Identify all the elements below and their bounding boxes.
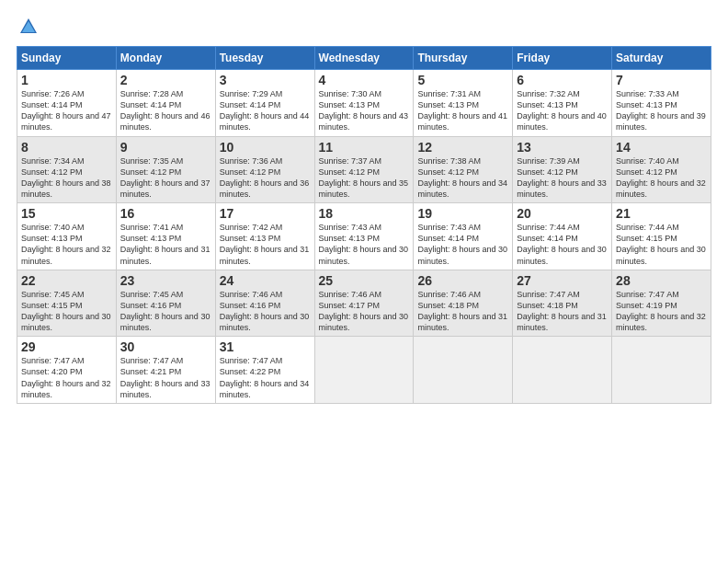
weekday-header: Tuesday bbox=[215, 47, 314, 70]
day-number: 15 bbox=[21, 206, 112, 221]
day-info: Sunrise: 7:47 AM Sunset: 4:22 PM Dayligh… bbox=[220, 355, 311, 400]
day-info: Sunrise: 7:45 AM Sunset: 4:16 PM Dayligh… bbox=[120, 289, 211, 334]
day-info: Sunrise: 7:47 AM Sunset: 4:18 PM Dayligh… bbox=[517, 289, 608, 334]
header bbox=[17, 17, 711, 37]
day-number: 5 bbox=[417, 73, 508, 87]
day-info: Sunrise: 7:44 AM Sunset: 4:14 PM Dayligh… bbox=[517, 222, 608, 267]
calendar-week-row: 1 Sunrise: 7:26 AM Sunset: 4:14 PM Dayli… bbox=[17, 70, 711, 137]
day-number: 7 bbox=[616, 73, 707, 87]
day-number: 1 bbox=[21, 73, 112, 87]
calendar-week-row: 22 Sunrise: 7:45 AM Sunset: 4:15 PM Dayl… bbox=[17, 270, 711, 337]
day-number: 17 bbox=[220, 206, 311, 221]
calendar-cell: 22 Sunrise: 7:45 AM Sunset: 4:15 PM Dayl… bbox=[17, 270, 117, 337]
day-number: 31 bbox=[220, 339, 311, 354]
weekday-header: Thursday bbox=[414, 47, 513, 70]
day-info: Sunrise: 7:30 AM Sunset: 4:13 PM Dayligh… bbox=[319, 88, 410, 133]
day-info: Sunrise: 7:35 AM Sunset: 4:12 PM Dayligh… bbox=[120, 155, 211, 201]
calendar-week-row: 15 Sunrise: 7:40 AM Sunset: 4:13 PM Dayl… bbox=[17, 203, 711, 270]
calendar-cell: 9 Sunrise: 7:35 AM Sunset: 4:12 PM Dayli… bbox=[116, 136, 215, 203]
calendar-cell: 20 Sunrise: 7:44 AM Sunset: 4:14 PM Dayl… bbox=[513, 203, 612, 270]
calendar-cell: 10 Sunrise: 7:36 AM Sunset: 4:12 PM Dayl… bbox=[215, 136, 314, 203]
calendar-cell: 6 Sunrise: 7:32 AM Sunset: 4:13 PM Dayli… bbox=[513, 70, 612, 137]
day-number: 28 bbox=[616, 273, 707, 288]
weekday-header-row: SundayMondayTuesdayWednesdayThursdayFrid… bbox=[17, 47, 711, 70]
calendar-cell: 1 Sunrise: 7:26 AM Sunset: 4:14 PM Dayli… bbox=[17, 70, 117, 137]
day-number: 18 bbox=[319, 206, 410, 221]
calendar-cell: 12 Sunrise: 7:38 AM Sunset: 4:12 PM Dayl… bbox=[414, 136, 513, 203]
day-info: Sunrise: 7:46 AM Sunset: 4:18 PM Dayligh… bbox=[417, 289, 508, 334]
calendar-cell: 16 Sunrise: 7:41 AM Sunset: 4:13 PM Dayl… bbox=[116, 203, 215, 270]
day-info: Sunrise: 7:38 AM Sunset: 4:12 PM Dayligh… bbox=[417, 155, 508, 201]
day-info: Sunrise: 7:41 AM Sunset: 4:13 PM Dayligh… bbox=[120, 222, 211, 267]
calendar-cell: 29 Sunrise: 7:47 AM Sunset: 4:20 PM Dayl… bbox=[17, 337, 117, 404]
weekday-header: Saturday bbox=[612, 47, 711, 70]
day-number: 2 bbox=[120, 73, 211, 87]
day-info: Sunrise: 7:47 AM Sunset: 4:19 PM Dayligh… bbox=[616, 289, 707, 334]
day-number: 8 bbox=[21, 140, 112, 155]
day-info: Sunrise: 7:39 AM Sunset: 4:12 PM Dayligh… bbox=[517, 155, 608, 201]
calendar-cell: 4 Sunrise: 7:30 AM Sunset: 4:13 PM Dayli… bbox=[314, 70, 414, 137]
day-number: 12 bbox=[417, 140, 508, 155]
day-info: Sunrise: 7:33 AM Sunset: 4:13 PM Dayligh… bbox=[616, 88, 707, 133]
day-number: 25 bbox=[319, 273, 410, 288]
calendar-cell: 26 Sunrise: 7:46 AM Sunset: 4:18 PM Dayl… bbox=[414, 270, 513, 337]
calendar-cell: 5 Sunrise: 7:31 AM Sunset: 4:13 PM Dayli… bbox=[414, 70, 513, 137]
calendar-cell: 30 Sunrise: 7:47 AM Sunset: 4:21 PM Dayl… bbox=[116, 337, 215, 404]
calendar-cell bbox=[414, 337, 513, 404]
calendar-cell: 17 Sunrise: 7:42 AM Sunset: 4:13 PM Dayl… bbox=[215, 203, 314, 270]
calendar-cell: 28 Sunrise: 7:47 AM Sunset: 4:19 PM Dayl… bbox=[612, 270, 711, 337]
day-number: 16 bbox=[120, 206, 211, 221]
calendar-cell: 11 Sunrise: 7:37 AM Sunset: 4:12 PM Dayl… bbox=[314, 136, 414, 203]
calendar-cell: 27 Sunrise: 7:47 AM Sunset: 4:18 PM Dayl… bbox=[513, 270, 612, 337]
calendar-cell bbox=[513, 337, 612, 404]
day-info: Sunrise: 7:45 AM Sunset: 4:15 PM Dayligh… bbox=[21, 289, 112, 334]
calendar-cell bbox=[612, 337, 711, 404]
day-number: 24 bbox=[220, 273, 311, 288]
day-number: 30 bbox=[120, 339, 211, 354]
day-number: 13 bbox=[517, 140, 608, 155]
calendar-table: SundayMondayTuesdayWednesdayThursdayFrid… bbox=[17, 46, 711, 404]
calendar-week-row: 8 Sunrise: 7:34 AM Sunset: 4:12 PM Dayli… bbox=[17, 136, 711, 203]
day-info: Sunrise: 7:36 AM Sunset: 4:12 PM Dayligh… bbox=[220, 155, 311, 201]
day-number: 23 bbox=[120, 273, 211, 288]
day-number: 6 bbox=[517, 73, 608, 87]
weekday-header: Sunday bbox=[17, 47, 117, 70]
day-info: Sunrise: 7:40 AM Sunset: 4:12 PM Dayligh… bbox=[616, 155, 707, 201]
day-info: Sunrise: 7:29 AM Sunset: 4:14 PM Dayligh… bbox=[220, 88, 311, 133]
calendar-cell: 2 Sunrise: 7:28 AM Sunset: 4:14 PM Dayli… bbox=[116, 70, 215, 137]
calendar-cell: 13 Sunrise: 7:39 AM Sunset: 4:12 PM Dayl… bbox=[513, 136, 612, 203]
day-info: Sunrise: 7:40 AM Sunset: 4:13 PM Dayligh… bbox=[21, 222, 112, 267]
calendar-cell: 25 Sunrise: 7:46 AM Sunset: 4:17 PM Dayl… bbox=[314, 270, 414, 337]
day-info: Sunrise: 7:46 AM Sunset: 4:16 PM Dayligh… bbox=[220, 289, 311, 334]
logo bbox=[17, 17, 40, 37]
day-number: 9 bbox=[120, 140, 211, 155]
day-info: Sunrise: 7:34 AM Sunset: 4:12 PM Dayligh… bbox=[21, 155, 112, 201]
day-info: Sunrise: 7:32 AM Sunset: 4:13 PM Dayligh… bbox=[517, 88, 608, 133]
day-number: 26 bbox=[417, 273, 508, 288]
weekday-header: Monday bbox=[116, 47, 215, 70]
logo-icon bbox=[18, 17, 39, 37]
calendar-cell: 21 Sunrise: 7:44 AM Sunset: 4:15 PM Dayl… bbox=[612, 203, 711, 270]
day-number: 14 bbox=[616, 140, 707, 155]
calendar-cell: 3 Sunrise: 7:29 AM Sunset: 4:14 PM Dayli… bbox=[215, 70, 314, 137]
calendar-cell: 8 Sunrise: 7:34 AM Sunset: 4:12 PM Dayli… bbox=[17, 136, 117, 203]
day-number: 19 bbox=[417, 206, 508, 221]
calendar-cell: 31 Sunrise: 7:47 AM Sunset: 4:22 PM Dayl… bbox=[215, 337, 314, 404]
calendar-cell: 18 Sunrise: 7:43 AM Sunset: 4:13 PM Dayl… bbox=[314, 203, 414, 270]
day-info: Sunrise: 7:44 AM Sunset: 4:15 PM Dayligh… bbox=[616, 222, 707, 267]
day-info: Sunrise: 7:46 AM Sunset: 4:17 PM Dayligh… bbox=[319, 289, 410, 334]
calendar-cell: 23 Sunrise: 7:45 AM Sunset: 4:16 PM Dayl… bbox=[116, 270, 215, 337]
day-number: 27 bbox=[517, 273, 608, 288]
calendar-cell bbox=[314, 337, 414, 404]
day-number: 21 bbox=[616, 206, 707, 221]
calendar-cell: 7 Sunrise: 7:33 AM Sunset: 4:13 PM Dayli… bbox=[612, 70, 711, 137]
day-info: Sunrise: 7:47 AM Sunset: 4:21 PM Dayligh… bbox=[120, 355, 211, 400]
day-number: 29 bbox=[21, 339, 112, 354]
calendar-cell: 19 Sunrise: 7:43 AM Sunset: 4:14 PM Dayl… bbox=[414, 203, 513, 270]
calendar-week-row: 29 Sunrise: 7:47 AM Sunset: 4:20 PM Dayl… bbox=[17, 337, 711, 404]
day-number: 11 bbox=[319, 140, 410, 155]
day-number: 3 bbox=[220, 73, 311, 87]
day-info: Sunrise: 7:47 AM Sunset: 4:20 PM Dayligh… bbox=[21, 355, 112, 400]
weekday-header: Friday bbox=[513, 47, 612, 70]
day-info: Sunrise: 7:31 AM Sunset: 4:13 PM Dayligh… bbox=[417, 88, 508, 133]
